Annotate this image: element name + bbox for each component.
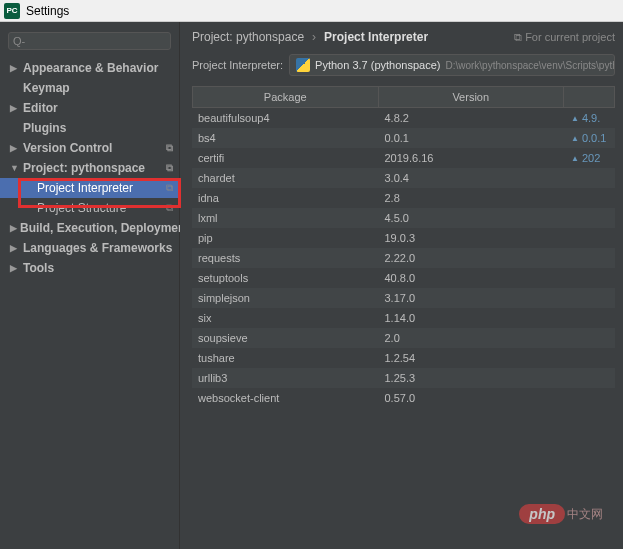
project-scope-icon: ⧉ <box>166 182 173 194</box>
window-title: Settings <box>26 4 69 18</box>
cell-version: 2019.6.16 <box>379 150 566 166</box>
table-row[interactable]: pip19.0.3 <box>192 228 615 248</box>
cell-version: 3.17.0 <box>379 290 566 306</box>
cell-latest <box>565 170 615 186</box>
table-row[interactable]: six1.14.0 <box>192 308 615 328</box>
cell-version: 40.8.0 <box>379 270 566 286</box>
cell-package: lxml <box>192 210 379 226</box>
table-row[interactable]: requests2.22.0 <box>192 248 615 268</box>
sidebar-item-project-interpreter[interactable]: Project Interpreter⧉ <box>0 178 179 198</box>
project-scope-icon: ⧉ <box>166 162 173 174</box>
project-scope-icon: ⧉ <box>166 202 173 214</box>
col-latest[interactable] <box>564 87 614 107</box>
cell-version: 19.0.3 <box>379 230 566 246</box>
sidebar-item-version-control[interactable]: ▶Version Control⧉ <box>0 138 179 158</box>
cell-latest <box>565 310 615 326</box>
table-row[interactable]: bs40.0.1▲0.0.1 <box>192 128 615 148</box>
cell-latest <box>565 330 615 346</box>
cell-package: websocket-client <box>192 390 379 406</box>
sidebar-item-label: Project Interpreter <box>37 181 162 195</box>
cell-version: 4.5.0 <box>379 210 566 226</box>
cell-latest: ▲202 <box>565 150 615 166</box>
table-row[interactable]: tushare1.2.54 <box>192 348 615 368</box>
sidebar-item-label: Keymap <box>23 81 173 95</box>
breadcrumb-separator: › <box>312 30 316 44</box>
upgrade-arrow-icon: ▲ <box>571 134 579 143</box>
cell-package: beautifulsoup4 <box>192 110 379 126</box>
settings-sidebar: Q- ▶Appearance & BehaviorKeymap▶EditorPl… <box>0 22 180 549</box>
python-icon <box>296 58 310 72</box>
sidebar-item-project-structure[interactable]: Project Structure⧉ <box>0 198 179 218</box>
table-row[interactable]: simplejson3.17.0 <box>192 288 615 308</box>
col-version[interactable]: Version <box>379 87 565 107</box>
main-layout: Q- ▶Appearance & BehaviorKeymap▶EditorPl… <box>0 22 623 549</box>
search-input[interactable]: Q- <box>8 32 171 50</box>
cell-package: pip <box>192 230 379 246</box>
cell-latest <box>565 270 615 286</box>
cell-version: 2.8 <box>379 190 566 206</box>
sidebar-item-label: Version Control <box>23 141 162 155</box>
interpreter-dropdown[interactable]: Python 3.7 (pythonspace) D:\work\pythons… <box>289 54 615 76</box>
watermark-logo: php <box>519 504 565 524</box>
table-row[interactable]: urllib31.25.3 <box>192 368 615 388</box>
table-body: beautifulsoup44.8.2▲4.9.bs40.0.1▲0.0.1ce… <box>192 108 615 408</box>
table-row[interactable]: idna2.8 <box>192 188 615 208</box>
sidebar-item-appearance-behavior[interactable]: ▶Appearance & Behavior <box>0 58 179 78</box>
cell-latest <box>565 290 615 306</box>
sidebar-item-label: Project: pythonspace <box>23 161 162 175</box>
sidebar-item-plugins[interactable]: Plugins <box>0 118 179 138</box>
interpreter-label: Project Interpreter: <box>192 59 283 71</box>
sidebar-item-label: Appearance & Behavior <box>23 61 173 75</box>
breadcrumb: Project: pythonspace › Project Interpret… <box>192 30 615 44</box>
col-package[interactable]: Package <box>193 87 379 107</box>
search-placeholder: Q- <box>13 35 25 47</box>
settings-tree: ▶Appearance & BehaviorKeymap▶EditorPlugi… <box>0 58 179 278</box>
table-row[interactable]: websocket-client0.57.0 <box>192 388 615 408</box>
breadcrumb-project[interactable]: Project: pythonspace <box>192 30 304 44</box>
expand-arrow-icon: ▶ <box>10 223 17 233</box>
sidebar-item-label: Project Structure <box>37 201 162 215</box>
cell-version: 4.8.2 <box>379 110 566 126</box>
expand-arrow-icon: ▶ <box>10 63 20 73</box>
cell-latest <box>565 210 615 226</box>
breadcrumb-page: Project Interpreter <box>324 30 428 44</box>
cell-version: 1.2.54 <box>379 350 566 366</box>
cell-version: 2.0 <box>379 330 566 346</box>
cell-latest <box>565 370 615 386</box>
sidebar-item-project-pythonspace[interactable]: ▼Project: pythonspace⧉ <box>0 158 179 178</box>
cell-package: soupsieve <box>192 330 379 346</box>
cell-version: 0.0.1 <box>379 130 566 146</box>
packages-table: Package Version beautifulsoup44.8.2▲4.9.… <box>192 86 615 408</box>
table-row[interactable]: chardet3.0.4 <box>192 168 615 188</box>
cell-version: 3.0.4 <box>379 170 566 186</box>
cell-package: six <box>192 310 379 326</box>
sidebar-item-build-execution-deployment[interactable]: ▶Build, Execution, Deployment <box>0 218 179 238</box>
sidebar-item-editor[interactable]: ▶Editor <box>0 98 179 118</box>
cell-latest <box>565 350 615 366</box>
table-row[interactable]: beautifulsoup44.8.2▲4.9. <box>192 108 615 128</box>
cell-package: chardet <box>192 170 379 186</box>
scope-icon: ⧉ <box>514 31 522 44</box>
cell-package: setuptools <box>192 270 379 286</box>
sidebar-item-tools[interactable]: ▶Tools <box>0 258 179 278</box>
cell-package: tushare <box>192 350 379 366</box>
expand-arrow-icon: ▶ <box>10 243 20 253</box>
sidebar-item-label: Languages & Frameworks <box>23 241 173 255</box>
interpreter-path: D:\work\pythonspace\venv\Scripts\python.… <box>445 60 615 71</box>
table-row[interactable]: lxml4.5.0 <box>192 208 615 228</box>
sidebar-item-languages-frameworks[interactable]: ▶Languages & Frameworks <box>0 238 179 258</box>
cell-latest <box>565 190 615 206</box>
sidebar-item-label: Tools <box>23 261 173 275</box>
cell-package: certifi <box>192 150 379 166</box>
sidebar-item-keymap[interactable]: Keymap <box>0 78 179 98</box>
cell-latest <box>565 230 615 246</box>
upgrade-arrow-icon: ▲ <box>571 154 579 163</box>
table-row[interactable]: certifi2019.6.16▲202 <box>192 148 615 168</box>
table-row[interactable]: setuptools40.8.0 <box>192 268 615 288</box>
project-scope-icon: ⧉ <box>166 142 173 154</box>
table-row[interactable]: soupsieve2.0 <box>192 328 615 348</box>
cell-version: 2.22.0 <box>379 250 566 266</box>
content-pane: Project: pythonspace › Project Interpret… <box>180 22 623 549</box>
cell-package: idna <box>192 190 379 206</box>
app-icon: PC <box>4 3 20 19</box>
